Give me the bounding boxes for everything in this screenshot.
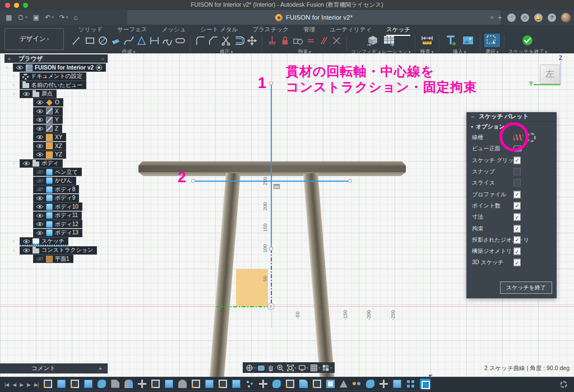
palette-option-control[interactable] [513,191,521,198]
fit-view-icon[interactable]: ▾ [286,364,297,372]
timeline-step-back-icon[interactable]: ◀ [12,382,16,388]
sketch-point[interactable] [191,179,195,183]
timeline-feature-icon[interactable] [259,380,267,388]
notifications-bell-icon[interactable]: 🔔 [534,13,543,22]
group-finish-sketch-label[interactable]: スケッチを終了 [508,48,548,56]
timeline-settings-gear-icon[interactable] [560,381,567,388]
insert-image-icon[interactable] [460,34,476,47]
table-leg-left[interactable] [205,173,240,377]
spline-tool-icon[interactable] [123,35,135,47]
sketch-profile-region[interactable] [236,269,268,306]
visibility-eye-icon[interactable] [36,117,44,122]
palette-option-control[interactable] [513,179,521,187]
palette-option-control[interactable] [513,225,521,232]
configure-table-icon[interactable] [381,34,397,47]
expand-arrow-icon[interactable] [12,239,20,244]
visibility-eye-icon[interactable] [22,161,30,166]
timeline-feature-icon[interactable] [138,380,146,388]
group-constraints-label[interactable]: 拘束 [298,48,311,56]
visibility-eye-icon[interactable] [22,239,30,244]
timeline-feature-icon[interactable] [406,380,415,388]
timeline-play-icon[interactable]: ▶ [20,382,23,388]
timeline-feature-icon[interactable] [178,380,187,388]
group-configuration-label[interactable]: コンフィギュレーション [351,48,411,56]
sketch-line-vertical[interactable] [271,83,272,249]
sketch-point[interactable] [269,247,273,251]
sketch-point[interactable] [348,179,352,183]
insert-text-icon[interactable] [443,34,459,47]
measure-icon[interactable] [419,34,435,47]
workspace-selector[interactable]: デザイン [4,28,64,50]
group-select-label[interactable]: 選択 [485,48,498,56]
expand-arrow-icon[interactable] [12,74,20,79]
browser-tree-row[interactable]: XY [0,133,129,142]
timeline-go-end-icon[interactable]: ▶| [34,382,38,388]
browser-tree-row[interactable]: X [0,107,129,116]
redo-icon[interactable]: ↷ [59,13,68,21]
timeline-step-forward-icon[interactable]: ▶ [27,382,30,388]
slot-tool-icon[interactable] [174,35,186,47]
timeline-feature-icon[interactable] [299,380,308,388]
display-settings-icon[interactable]: ▾ [298,364,308,372]
browser-tree-row[interactable]: ボディ13 [0,229,129,238]
timeline-feature-icon[interactable] [393,380,401,388]
symmetry-constraint-icon[interactable] [331,35,342,47]
visibility-eye-icon[interactable] [36,222,44,227]
browser-tree-row[interactable]: ボディ12 [0,220,129,229]
expand-arrow-icon[interactable] [12,161,20,166]
visibility-eye-icon[interactable] [36,152,44,157]
browser-tree-row[interactable]: 平面1 [0,255,129,264]
pan-hand-icon[interactable] [267,364,275,372]
timeline-feature-icon[interactable] [366,380,374,388]
visibility-eye-icon[interactable] [36,144,44,149]
visibility-eye-icon[interactable] [36,230,44,236]
user-avatar[interactable] [561,13,571,22]
visibility-eye-icon[interactable] [36,126,44,131]
constraint-glyph[interactable] [274,184,280,189]
palette-minimize-icon[interactable]: − [471,113,474,120]
expand-arrow-icon[interactable] [12,82,20,87]
visibility-eye-icon[interactable] [16,65,24,70]
browser-tree-row[interactable]: 名前の付いたビュー [0,81,129,90]
table-leg-right[interactable] [303,173,339,377]
app-grid-icon[interactable]: ▦ [6,13,12,21]
new-tab-icon[interactable]: + [498,13,502,22]
timeline-feature-icon[interactable] [420,379,430,389]
equal-constraint-icon[interactable] [305,35,317,47]
browser-tree-row[interactable]: スケッチ [0,237,129,246]
mirror-tool-icon[interactable] [136,35,147,47]
circle-tool-icon[interactable] [97,35,109,47]
timeline-feature-icon[interactable] [124,380,133,388]
timeline-feature-icon[interactable] [151,380,160,388]
select-tool-icon[interactable] [484,34,500,47]
fillet-tool-icon[interactable] [195,35,206,47]
palette-option-control[interactable] [513,202,521,209]
timeline-feature-icon[interactable] [353,380,361,388]
browser-tree-row[interactable]: O [0,98,129,107]
visibility-eye-icon[interactable] [36,187,44,192]
close-tab-icon[interactable]: × [490,14,494,21]
dimension-tool-icon[interactable] [149,35,160,47]
browser-tree-row[interactable]: 原点 [0,90,129,99]
timeline-feature-icon[interactable] [84,380,92,388]
timeline-feature-icon[interactable] [71,380,79,388]
timeline-feature-icon[interactable] [246,380,254,388]
palette-option-control[interactable] [513,156,521,164]
browser-tree-row[interactable]: ペン立て [0,168,129,177]
trim-scissors-icon[interactable] [220,35,232,47]
grid-settings-icon[interactable]: ▾ [310,364,320,372]
orbit-icon[interactable]: ▾ [246,364,256,372]
visibility-eye-icon[interactable] [36,100,44,105]
sketch-line-horizontal[interactable] [193,181,350,182]
save-icon[interactable]: ▣ [33,13,39,21]
zoom-icon[interactable] [276,364,284,372]
browser-minimize-icon[interactable]: − [101,56,104,62]
activate-component-icon[interactable] [96,64,102,71]
visibility-eye-icon[interactable] [36,204,44,209]
parallel-constraint-icon[interactable] [318,35,330,47]
timeline-feature-icon[interactable] [165,380,173,388]
palette-option-control[interactable] [513,168,521,176]
timeline-feature-icon[interactable] [272,380,281,388]
finish-sketch-button[interactable]: スケッチを終了 [500,282,552,294]
timeline-feature-icon[interactable] [44,380,52,388]
